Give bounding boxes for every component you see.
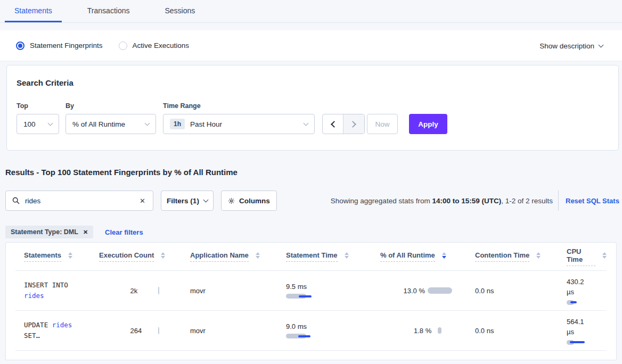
chevron-down-icon — [304, 120, 309, 126]
sort-icon — [256, 252, 260, 259]
active-filters-row: Statement Type: DML ✕ Clear filters — [5, 226, 143, 238]
show-description-toggle[interactable]: Show description — [539, 30, 603, 61]
statements-table: Statements Execution Count Application N… — [5, 242, 617, 360]
tab-sessions[interactable]: Sessions — [155, 0, 204, 22]
execution-count-bar — [158, 327, 159, 334]
column-header-statements[interactable]: Statements — [24, 251, 99, 262]
search-criteria-card: Search Criteria Top By Time Range 100 % … — [6, 65, 619, 151]
columns-button-label: Columns — [239, 197, 270, 205]
pct-runtime-cell: 1.8 % — [380, 311, 475, 350]
filter-chip-statement-type[interactable]: Statement Type: DML ✕ — [5, 226, 93, 238]
chevron-left-icon — [331, 121, 338, 128]
chevron-down-icon — [48, 120, 53, 126]
stats-note-prefix: Showing aggregated stats from — [331, 197, 432, 205]
sort-icon — [161, 252, 165, 259]
execution-count-cell: 264 — [99, 311, 190, 350]
cpu-time-bar — [567, 300, 599, 305]
search-input[interactable] — [25, 197, 138, 205]
radio-statement-fingerprints[interactable]: Statement Fingerprints — [16, 42, 103, 50]
statement-text: INSERT INTO — [24, 281, 68, 289]
clear-search-icon[interactable]: ✕ — [138, 196, 146, 206]
time-range-value: Past Hour — [190, 120, 222, 128]
column-header-cpu-time[interactable]: CPU Time — [567, 247, 607, 266]
radio-selected-icon — [16, 42, 24, 50]
tab-transactions[interactable]: Transactions — [78, 0, 140, 22]
column-header-application-name[interactable]: Application Name — [190, 251, 286, 262]
chevron-down-icon — [145, 120, 150, 126]
chevron-right-icon — [349, 121, 356, 128]
search-icon — [12, 197, 20, 204]
statement-time-cell: 9.5 ms — [286, 271, 380, 310]
top-label: Top — [17, 102, 28, 110]
view-toggle-panel: Statement Fingerprints Active Executions… — [0, 30, 622, 61]
results-heading: Results - Top 100 Statement Fingerprints… — [5, 168, 238, 177]
table-row: UPDATE rides SET… 264 movr 9.0 ms 1.8 % … — [15, 311, 607, 351]
statement-time-bar — [286, 294, 318, 299]
clear-filters-link[interactable]: Clear filters — [105, 228, 143, 236]
radio-unselected-icon — [119, 42, 127, 50]
radio-active-executions-label: Active Executions — [133, 42, 190, 49]
show-description-label: Show description — [539, 42, 594, 50]
time-range-badge: 1h — [170, 119, 185, 129]
statement-text: UPDATE — [24, 321, 52, 329]
filters-button[interactable]: Filters (1) — [161, 191, 214, 211]
sort-icon — [536, 252, 541, 259]
statement-time-cell: 9.0 ms — [286, 311, 380, 350]
now-button[interactable]: Now — [367, 114, 398, 134]
filter-chip-label: Statement Type: DML — [11, 228, 78, 236]
statement-link[interactable]: rides — [52, 321, 72, 329]
application-name-cell: movr — [190, 271, 286, 310]
sort-desc-icon — [442, 252, 446, 259]
cpu-time-bar — [567, 340, 599, 345]
pct-runtime-bar — [438, 327, 441, 334]
sort-icon — [345, 252, 349, 259]
tab-bar: Statements Transactions Sessions — [0, 0, 622, 23]
by-select-value: % of All Runtime — [72, 120, 125, 128]
by-label: By — [66, 102, 74, 110]
radio-active-executions[interactable]: Active Executions — [119, 42, 190, 50]
time-range-select[interactable]: 1h Past Hour — [163, 114, 315, 134]
stats-note-range: 14:00 to 15:59 (UTC) — [432, 197, 501, 205]
pct-runtime-bar — [428, 287, 452, 294]
sort-icon — [68, 252, 72, 259]
cpu-time-cell: 564.1 µs — [567, 311, 607, 350]
contention-time-cell: 0.0 ns — [475, 311, 567, 350]
statement-cell: INSERT INTO rides — [24, 271, 99, 310]
gear-icon — [228, 197, 235, 204]
table-row: INSERT INTO rides 2k movr 9.5 ms 13.0 % … — [15, 271, 607, 311]
chevron-down-icon — [203, 197, 208, 202]
previous-time-button[interactable] — [323, 114, 343, 134]
cpu-time-cell: 430.2 µs — [567, 271, 607, 310]
aggregated-stats-note: Showing aggregated stats from 14:00 to 1… — [320, 191, 553, 211]
chevron-down-icon — [599, 42, 604, 47]
statement-time-bar — [286, 334, 318, 338]
next-time-button[interactable] — [343, 114, 364, 134]
vertical-divider — [558, 191, 559, 211]
stats-note-suffix: , 1-2 of 2 results — [501, 197, 553, 205]
reset-sql-stats-link[interactable]: Reset SQL Stats — [566, 191, 619, 211]
by-select[interactable]: % of All Runtime — [66, 114, 156, 134]
execution-count-bar — [158, 287, 159, 294]
tab-statements[interactable]: Statements — [5, 0, 62, 22]
apply-button[interactable]: Apply — [409, 114, 447, 134]
column-header-execution-count[interactable]: Execution Count — [99, 251, 190, 262]
top-select[interactable]: 100 — [17, 114, 59, 134]
filters-button-label: Filters (1) — [167, 197, 199, 205]
column-header-pct-of-all-runtime[interactable]: % of All Runtime — [380, 251, 475, 262]
column-header-statement-time[interactable]: Statement Time — [286, 251, 380, 262]
results-toolbar: ✕ Filters (1) Columns Showing aggregated… — [0, 191, 622, 211]
column-header-contention-time[interactable]: Contention Time — [475, 251, 567, 262]
statement-link[interactable]: rides — [24, 292, 44, 300]
time-nav-group — [322, 114, 365, 134]
contention-time-cell: 0.0 ns — [475, 271, 567, 310]
remove-filter-icon[interactable]: ✕ — [83, 229, 88, 236]
top-select-value: 100 — [23, 120, 36, 128]
table-header-row: Statements Execution Count Application N… — [15, 243, 607, 271]
search-criteria-title: Search Criteria — [17, 78, 73, 87]
columns-button[interactable]: Columns — [221, 191, 277, 211]
time-range-label: Time Range — [163, 102, 201, 110]
statement-text: SET… — [24, 332, 40, 340]
sort-icon — [602, 252, 607, 259]
execution-count-cell: 2k — [99, 271, 190, 310]
statement-cell: UPDATE rides SET… — [24, 311, 99, 350]
